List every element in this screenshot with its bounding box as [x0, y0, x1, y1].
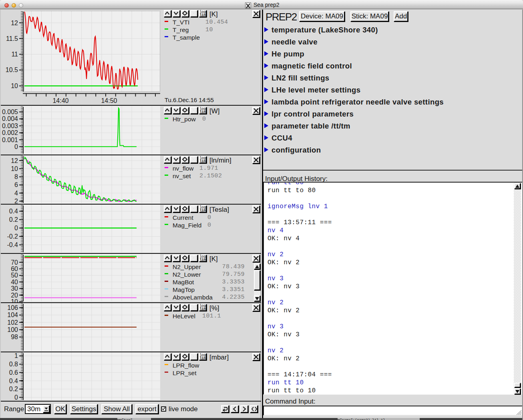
svg-text:50: 50 [11, 272, 18, 279]
svg-text:98: 98 [11, 334, 18, 340]
svg-text:2: 2 [14, 198, 18, 204]
svg-text:6: 6 [14, 181, 18, 188]
svg-text:lin: lin [200, 307, 206, 310]
svg-text:0.2: 0.2 [9, 216, 18, 223]
svg-text:lin: lin [200, 356, 206, 360]
svg-text:0: 0 [14, 143, 18, 150]
svg-text:0.004: 0.004 [2, 115, 18, 122]
svg-text:100: 100 [7, 326, 18, 333]
svg-text:102: 102 [7, 319, 18, 326]
svg-text:8: 8 [14, 173, 18, 180]
svg-text:10: 10 [11, 82, 18, 89]
svg-text:106: 106 [7, 304, 18, 311]
svg-text:4: 4 [14, 190, 18, 197]
svg-text:1: 1 [14, 352, 18, 359]
svg-text:11: 11 [11, 51, 18, 58]
svg-text:10: 10 [11, 298, 18, 302]
svg-text:20: 20 [11, 292, 18, 299]
svg-text:10.5: 10.5 [6, 66, 18, 73]
svg-text:0.8: 0.8 [9, 361, 18, 368]
svg-text:lin: lin [200, 209, 206, 212]
svg-text:0.001: 0.001 [2, 137, 18, 143]
svg-text:Tu.6.Dec.16 14:55: Tu.6.Dec.16 14:55 [165, 96, 214, 103]
svg-text:30: 30 [11, 285, 18, 292]
svg-text:0.003: 0.003 [2, 123, 18, 129]
svg-text:0.6: 0.6 [9, 369, 18, 376]
svg-text:lin: lin [200, 13, 206, 16]
svg-text:12: 12 [11, 20, 18, 26]
svg-text:12: 12 [11, 157, 18, 164]
svg-text:0.4: 0.4 [9, 378, 18, 384]
svg-text:104: 104 [7, 311, 18, 318]
svg-text:10: 10 [11, 165, 18, 172]
svg-text:lin: lin [200, 110, 206, 113]
svg-text:60: 60 [11, 265, 18, 272]
svg-text:14:50: 14:50 [101, 97, 117, 104]
svg-text:-0.4: -0.4 [7, 241, 18, 248]
svg-text:0: 0 [14, 394, 18, 401]
svg-text:70: 70 [11, 259, 18, 266]
svg-text:40: 40 [11, 279, 18, 285]
svg-text:0.4: 0.4 [9, 208, 18, 215]
svg-text:0.2: 0.2 [9, 386, 18, 392]
svg-text:0: 0 [14, 225, 18, 231]
svg-text:0.002: 0.002 [2, 129, 18, 136]
svg-text:lin: lin [200, 258, 206, 261]
svg-text:14:40: 14:40 [52, 97, 68, 104]
svg-text:11.5: 11.5 [6, 35, 18, 42]
svg-text:lin: lin [200, 159, 206, 163]
svg-text:0.005: 0.005 [2, 109, 18, 115]
svg-text:-0.2: -0.2 [7, 233, 18, 240]
